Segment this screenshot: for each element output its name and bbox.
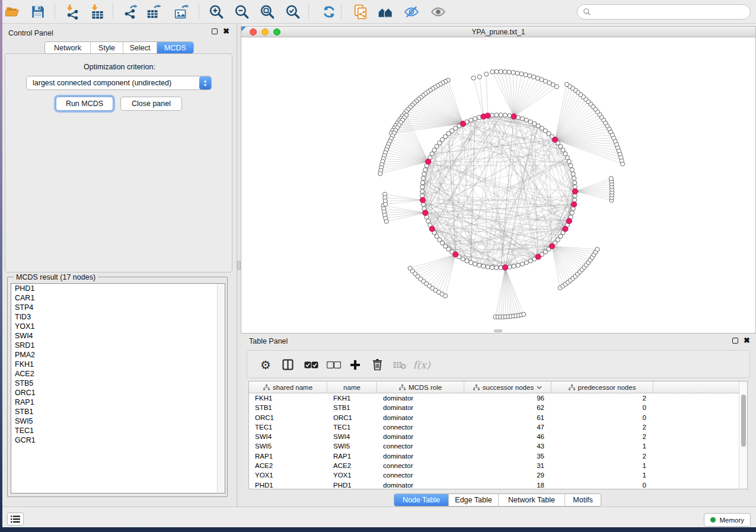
mcds-result-item[interactable]: RAP1 <box>11 398 225 407</box>
network-node[interactable] <box>535 76 540 80</box>
tab-select[interactable]: Select <box>123 42 157 53</box>
table-cell[interactable]: FKH1 <box>249 393 327 403</box>
network-node[interactable] <box>570 168 574 172</box>
column-header-MCDS-role[interactable]: MCDS role <box>377 382 464 393</box>
table-cell[interactable]: connector <box>377 441 464 451</box>
network-node[interactable] <box>469 261 473 265</box>
table-cell[interactable]: 31 <box>464 461 551 470</box>
table-row[interactable]: YOX1YOX1connector291 <box>249 470 653 480</box>
table-cell[interactable]: 96 <box>464 393 551 403</box>
table-cell[interactable]: 47 <box>464 422 551 432</box>
column-header-successor-nodes[interactable]: successor nodes <box>464 382 551 393</box>
table-cell[interactable]: 1 <box>551 461 653 470</box>
table-cell[interactable]: 1 <box>551 441 653 451</box>
mcds-result-item[interactable]: SRD1 <box>11 341 225 350</box>
network-node[interactable] <box>465 259 469 263</box>
table-cell[interactable]: 61 <box>464 413 551 422</box>
table-row[interactable]: SWI5SWI5connector431 <box>249 441 653 451</box>
column-header-shared-name[interactable]: shared name <box>249 382 327 393</box>
network-node[interactable] <box>444 294 448 298</box>
network-node[interactable] <box>524 118 528 122</box>
refresh-icon[interactable] <box>320 3 338 21</box>
zoom-fit-icon[interactable] <box>259 3 276 21</box>
minimize-window-icon[interactable] <box>261 28 269 36</box>
table-cell[interactable]: PHD1 <box>249 480 327 490</box>
table-cell[interactable]: dominator <box>377 432 464 441</box>
mcds-result-item[interactable]: GCR1 <box>11 435 225 445</box>
mcds-result-item[interactable]: YOX1 <box>11 322 225 331</box>
network-node[interactable] <box>571 172 575 176</box>
network-node[interactable] <box>495 265 499 270</box>
network-node[interactable] <box>565 156 569 160</box>
close-panel-button[interactable]: Close panel <box>120 97 182 111</box>
network-node[interactable] <box>532 75 536 79</box>
tab-motifs[interactable]: Motifs <box>565 494 601 506</box>
table-cell[interactable]: STB1 <box>249 403 327 412</box>
tab-mcds[interactable]: MCDS <box>157 42 193 53</box>
optimization-criterion-select[interactable]: largest connected component (undirected)… <box>26 76 212 90</box>
show-all-icon[interactable] <box>429 3 447 21</box>
table-cell[interactable]: SWI4 <box>249 432 327 441</box>
table-cell[interactable]: connector <box>377 470 464 480</box>
network-node[interactable] <box>567 159 571 164</box>
mcds-result-list[interactable]: PHD1CAR1STP4TID3YOX1SWI4SRD1PMA2FKH1ACE2… <box>11 283 225 493</box>
table-cell[interactable]: YOX1 <box>327 470 377 480</box>
mcds-result-item[interactable]: ORC1 <box>11 388 225 398</box>
network-node[interactable] <box>499 113 503 117</box>
hide-selected-icon[interactable] <box>403 3 420 21</box>
network-node[interactable] <box>495 69 499 73</box>
mcds-hub-node[interactable] <box>535 254 541 259</box>
network-node[interactable] <box>471 76 476 80</box>
network-node[interactable] <box>572 176 576 180</box>
table-cell[interactable]: ACE2 <box>249 461 327 470</box>
table-cell[interactable]: ORC1 <box>249 413 327 422</box>
zoom-in-icon[interactable] <box>208 3 225 21</box>
network-node[interactable] <box>461 257 465 261</box>
mcds-hub-node[interactable] <box>502 265 508 270</box>
network-node[interactable] <box>520 262 524 266</box>
network-home-icon[interactable] <box>377 3 394 21</box>
network-node[interactable] <box>595 247 599 251</box>
table-cell[interactable]: 46 <box>464 432 551 441</box>
network-node[interactable] <box>516 263 520 267</box>
delete-column-icon[interactable] <box>369 351 385 379</box>
network-node[interactable] <box>473 262 477 266</box>
column-header-name[interactable]: name <box>327 382 377 393</box>
save-session-icon[interactable] <box>29 3 47 21</box>
mcds-result-item[interactable]: PHD1 <box>11 284 225 293</box>
network-node[interactable] <box>384 202 388 206</box>
table-cell[interactable]: 0 <box>551 403 653 412</box>
mcds-hub-node[interactable] <box>572 201 577 207</box>
mcds-hub-node[interactable] <box>552 137 557 142</box>
close-window-icon[interactable] <box>250 28 257 36</box>
tab-network[interactable]: Network <box>45 42 91 53</box>
mcds-result-item[interactable]: STP4 <box>11 303 225 312</box>
network-node[interactable] <box>515 71 519 75</box>
import-network-icon[interactable] <box>63 3 81 21</box>
tab-network-table[interactable]: Network Table <box>499 494 565 506</box>
mcds-hub-node[interactable] <box>511 114 516 119</box>
network-node[interactable] <box>569 164 573 168</box>
network-node[interactable] <box>484 72 489 76</box>
network-node[interactable] <box>519 72 524 76</box>
memory-button[interactable]: Memory <box>704 513 751 527</box>
table-cell[interactable]: STB1 <box>327 403 377 412</box>
network-node[interactable] <box>420 189 424 193</box>
close-table-panel-icon[interactable]: ✖ <box>744 338 750 344</box>
table-cell[interactable]: FKH1 <box>327 393 377 403</box>
export-image-icon[interactable] <box>173 3 190 21</box>
horizontal-splitter-grip[interactable] <box>494 329 502 332</box>
table-cell[interactable]: RAP1 <box>249 451 327 461</box>
network-node[interactable] <box>609 177 613 181</box>
network-node[interactable] <box>473 117 477 121</box>
table-cell[interactable]: 2 <box>551 451 653 461</box>
table-row[interactable]: TEC1TEC1connector472 <box>249 422 653 432</box>
mcds-list-scrollbar[interactable] <box>217 284 225 493</box>
network-node[interactable] <box>528 73 532 78</box>
show-columns-icon[interactable] <box>280 351 295 379</box>
export-table-icon[interactable] <box>145 3 162 21</box>
table-scrollbar-thumb[interactable] <box>741 395 746 447</box>
table-cell[interactable]: PHD1 <box>327 480 377 490</box>
zoom-selected-icon[interactable] <box>284 3 302 21</box>
function-builder-icon[interactable]: f(x) <box>412 351 432 379</box>
